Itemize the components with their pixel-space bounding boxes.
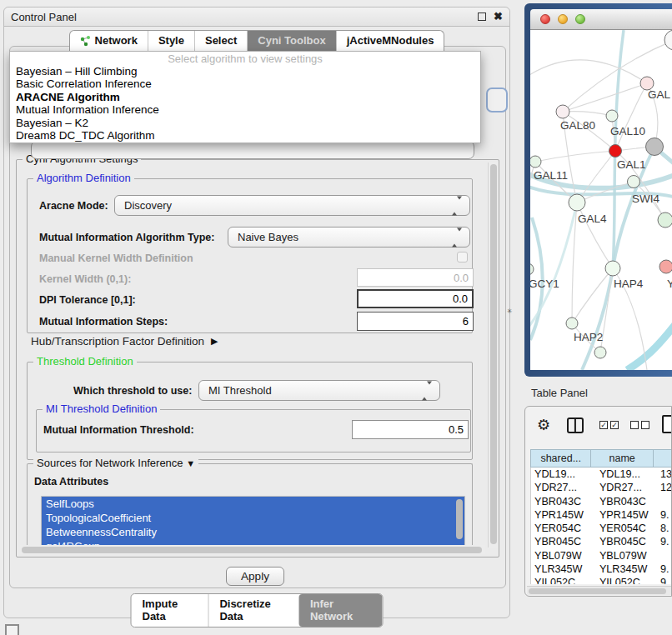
table-horizontal-scrollbar[interactable] [527,586,671,595]
mi-algorithm-type-select[interactable]: Naive Bayes [228,227,470,248]
tab-style[interactable]: Style [148,31,194,51]
mi-steps-field[interactable] [357,312,474,331]
network-node-swi4[interactable] [628,176,640,188]
table-row[interactable]: YIL052CYIL052C9 [531,576,672,584]
network-node[interactable] [664,30,672,50]
algorithm-dropdown-popup: Select algorithm to view settings Bayesi… [9,51,481,143]
manual-kernel-checkbox[interactable] [457,252,468,262]
network-edge[interactable] [563,112,612,116]
table-cell: YDL19... [592,468,654,481]
columns-icon[interactable] [567,418,584,433]
select-all-checks-icon[interactable]: ✓✓ [599,421,619,429]
network-node-gal4[interactable] [569,194,585,211]
algorithm-option-bayesian-k2[interactable]: Bayesian – K2 [10,117,480,129]
table-row[interactable]: YER054CYER054C8. [531,522,672,535]
algorithm-dropdown-list: Bayesian – Hill ClimbingBasic Correlatio… [10,65,480,142]
cursor-artifact: ✳ [507,308,513,315]
tab-network[interactable]: Network [70,31,148,51]
column-header-name[interactable]: name [591,449,653,468]
table-row[interactable]: YBL079WYBL079W [531,549,672,562]
tab-label: Network [95,34,138,47]
bottom-tab-infer-network[interactable]: Infer Network [299,594,383,627]
which-threshold-select[interactable]: MI Threshold [198,380,440,401]
table-cell: 8. [654,522,672,535]
table-cell: YIL052C [531,576,592,584]
column-header-partial[interactable] [654,449,672,468]
table-row[interactable]: YPR145WYPR145W9. [531,508,672,522]
network-window-titlebar[interactable] [530,9,672,30]
table-row[interactable]: YLR345WYLR345W9. [531,562,672,576]
table-cell [654,549,672,562]
settings-vertical-scrollbar[interactable] [488,162,498,548]
float-panel-icon[interactable] [478,12,486,21]
algorithm-option-dream8-dc-tdc-algorithm[interactable]: Dream8 DC_TDC Algorithm [10,129,480,142]
table-row[interactable]: YDR27...YDR27...12 [531,481,672,494]
apply-button[interactable]: Apply [226,567,284,586]
table-cell [654,495,672,508]
network-node[interactable] [594,347,606,358]
column-header-shared[interactable]: shared... [530,449,591,468]
cyni-bottom-tabbar: Impute DataDiscretize DataInfer Network [131,593,384,628]
bottom-tab-discretize-data[interactable]: Discretize Data [208,594,299,627]
tab-jactivemnodules[interactable]: jActiveMNodules [336,31,444,51]
close-panel-icon[interactable]: ✖ [494,12,503,21]
hub-definition-toggle[interactable]: Hub/Transcription Factor Definition ▶ [31,335,218,348]
network-node[interactable] [646,138,664,156]
gear-icon[interactable]: ⚙ [537,416,550,434]
collapse-arrow-icon[interactable]: ▼ [186,458,195,468]
network-canvas[interactable]: GALGAL80GAL10GAL1GAL11SWI4GAL4GCY1HAP4YH… [530,30,672,370]
bottom-tab-impute-data[interactable]: Impute Data [132,594,208,627]
function-builder-icon[interactable] [662,415,672,433]
table-row[interactable]: YBR045CYBR045C9. [531,535,672,548]
minimize-window-icon[interactable] [558,14,568,24]
algorithm-definition-title: Algorithm Definition [33,172,134,184]
network-edge[interactable] [535,151,615,162]
network-node-label: HAP2 [574,331,603,343]
network-node-gal1[interactable] [609,145,622,158]
network-node-hap4[interactable] [605,261,620,276]
panel-corner-icon[interactable] [5,624,19,635]
mi-threshold-field[interactable] [352,420,469,439]
network-node-gcy1[interactable] [530,263,534,275]
table-header-row: shared...name [530,449,672,468]
table-cell: 9. [654,508,672,522]
network-node-hap2[interactable] [566,318,578,329]
network-node-gal10[interactable] [606,110,618,122]
mi-threshold-group: MI Threshold Definition Mutual Informati… [36,409,471,452]
algorithm-option-mutual-information-inference[interactable]: Mutual Information Inference [10,103,480,116]
tab-cyni-toolbox[interactable]: Cyni Toolbox [247,31,335,51]
kernel-width-field[interactable] [357,268,474,287]
attribute-item-betweennesscentrality[interactable]: BetweennessCentrality [42,525,464,539]
close-window-icon[interactable] [540,14,550,24]
kernel-width-label: Kernel Width (0,1): [39,273,131,285]
tab-select[interactable]: Select [194,31,247,51]
network-edge[interactable] [530,60,647,83]
network-node-y[interactable] [659,260,672,273]
settings-horizontal-scrollbar[interactable] [20,545,485,554]
dpi-tolerance-field[interactable] [357,289,474,308]
table-body: YDL19...YDL19...13YDR27...YDR27...12YBR0… [530,468,672,584]
zoom-window-icon[interactable] [575,14,585,24]
network-edge[interactable] [627,320,672,370]
network-edge[interactable] [615,83,647,151]
deselect-all-checks-icon[interactable] [630,421,649,429]
which-threshold-label: Which threshold to use: [73,385,192,397]
spinner-arrows-icon [452,231,462,243]
network-node-label: GAL [648,88,671,101]
attributes-scrollbar[interactable] [454,498,464,549]
algorithm-option-aracne-algorithm[interactable]: ARACNE Algorithm [10,91,480,103]
table-row[interactable]: YDL19...YDL19...13 [531,468,672,481]
attribute-item-topologicalcoefficient[interactable]: TopologicalCoefficient [42,511,464,525]
mi-threshold-label: Mutual Information Threshold: [43,424,194,436]
attribute-item-selfloops[interactable]: SelfLoops [42,497,464,511]
aracne-mode-select[interactable]: Discovery [114,195,470,216]
combo-box-fragment [486,88,508,112]
algorithm-option-bayesian-hill-climbing[interactable]: Bayesian – Hill Climbing [10,65,480,78]
network-node[interactable] [658,212,672,228]
network-node-gal11[interactable] [530,156,541,168]
network-node-label: GAL4 [578,212,607,225]
network-node-gal80[interactable] [556,105,569,118]
network-edge[interactable] [530,202,577,330]
algorithm-option-basic-correlation-inference[interactable]: Basic Correlation Inference [10,78,480,90]
table-row[interactable]: YBR043CYBR043C [531,495,672,508]
